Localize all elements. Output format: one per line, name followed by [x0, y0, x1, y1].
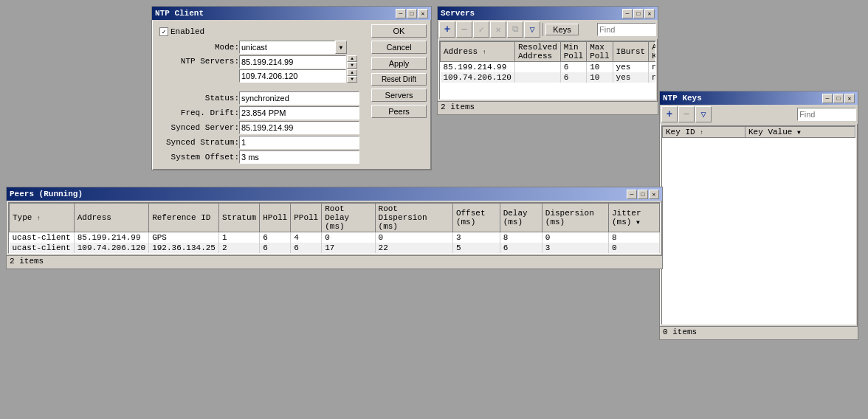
synced-server-label: Synced Server:	[158, 123, 239, 132]
mode-input[interactable]	[239, 41, 335, 54]
peer-type: ucast-client	[10, 243, 75, 253]
peers-col-stratum[interactable]: Stratum	[218, 204, 259, 232]
ntp-client-maximize-btn[interactable]: □	[407, 9, 417, 18]
freq-drift-label: Freq. Drift:	[158, 108, 239, 117]
peers-col-ppoll[interactable]: PPoll	[291, 204, 322, 232]
servers-close-btn[interactable]: ✕	[644, 9, 655, 18]
servers-remove-btn[interactable]: ─	[456, 21, 472, 38]
server2-spin-up[interactable]: ▲	[347, 69, 357, 76]
peers-col-dispersion[interactable]: Dispersion (ms)	[542, 204, 608, 232]
peer-type: ucast-client	[10, 232, 75, 243]
server2-spinner: ▲ ▼	[347, 69, 357, 83]
maximize-icon: □	[410, 10, 414, 17]
servers-button[interactable]: Servers	[371, 89, 427, 102]
mode-dropdown-btn[interactable]: ▼	[335, 41, 347, 54]
servers-check-btn[interactable]: ✓	[473, 21, 489, 38]
server-auth-key: none	[649, 62, 656, 73]
ntp-keys-minimize-btn[interactable]: ─	[822, 94, 833, 103]
server1-spin-down[interactable]: ▼	[347, 62, 357, 69]
col-resolved-address[interactable]: Resolved Address	[514, 42, 560, 62]
servers-table-row[interactable]: 109.74.206.120 6 10 yes none	[441, 72, 657, 83]
server-address: 85.199.214.99	[441, 62, 515, 73]
server1-spinner: ▲ ▼	[347, 55, 357, 69]
server2-spin-down[interactable]: ▼	[347, 76, 357, 83]
status-label: Status:	[158, 94, 239, 103]
ntp-keys-toolbar: + ─ ▽	[660, 105, 858, 124]
enabled-row: ✓ Enabled	[156, 24, 365, 36]
ntp-keys-title: NTP Keys	[663, 94, 702, 103]
peers-title: Peers (Running)	[10, 190, 83, 198]
peer-hpoll: 6	[260, 232, 291, 243]
mode-label: Mode:	[158, 43, 239, 52]
server-max-poll: 10	[587, 72, 613, 83]
server-min-poll: 6	[560, 62, 586, 73]
servers-cross-btn[interactable]: ✕	[490, 21, 506, 38]
status-input	[239, 91, 359, 105]
servers-table-row[interactable]: 85.199.214.99 6 10 yes none	[441, 62, 657, 73]
ntp-keys-filter-btn[interactable]: ▽	[695, 106, 712, 122]
ntp-keys-add-btn[interactable]: +	[661, 106, 678, 122]
peer-refid: 192.36.134.25	[149, 243, 219, 253]
peers-col-offset[interactable]: Offset (ms)	[452, 204, 500, 232]
peers-maximize-btn[interactable]: □	[638, 190, 648, 199]
ntp-keys-remove-btn[interactable]: ─	[678, 106, 695, 122]
col-address[interactable]: Address ↑	[441, 42, 515, 62]
ntp-client-minimize-btn[interactable]: ─	[396, 9, 406, 18]
ntp-client-close-btn[interactable]: ✕	[418, 9, 428, 18]
ntp-client-content: ✓ Enabled Mode: ▼ NTP Servers:	[152, 20, 431, 170]
col-key-value[interactable]: Key Value ▼	[745, 127, 855, 138]
servers-filter-btn[interactable]: ▽	[524, 21, 540, 38]
cancel-button[interactable]: Cancel	[371, 41, 427, 54]
peers-table-container: Type ↑ Address Reference ID Stratum HPol…	[8, 202, 661, 254]
peers-col-refid[interactable]: Reference ID	[149, 204, 219, 232]
peers-col-hpoll[interactable]: HPoll	[260, 204, 291, 232]
ntp-keys-maximize-btn[interactable]: □	[833, 94, 844, 103]
col-key-id[interactable]: Key ID ↑	[663, 127, 745, 138]
server1-spin-up[interactable]: ▲	[347, 55, 357, 62]
peer-stratum: 2	[218, 243, 259, 253]
close-icon2: ✕	[648, 10, 652, 17]
col-max-poll[interactable]: Max Poll	[587, 42, 613, 62]
ntp-keys-close-btn[interactable]: ✕	[844, 94, 855, 103]
peers-table-row[interactable]: ucast-client 109.74.206.120 192.36.134.2…	[10, 243, 660, 253]
keys-button[interactable]: Keys	[545, 24, 579, 35]
peers-button[interactable]: Peers	[371, 105, 427, 118]
peers-close-btn[interactable]: ✕	[649, 190, 659, 199]
servers-window: Servers ─ □ ✕ + ─ ✓ ✕ ⧉ ▽ Keys Address ↑…	[437, 6, 658, 115]
col-iburst[interactable]: IBurst	[613, 42, 649, 62]
server1-input[interactable]	[239, 55, 346, 69]
system-offset-label: System Offset:	[158, 153, 239, 162]
enabled-checkbox[interactable]: ✓	[159, 27, 168, 36]
servers-copy-btn[interactable]: ⧉	[507, 21, 523, 38]
peers-table-row[interactable]: ucast-client 85.199.214.99 GPS 1 6 4 0 0…	[10, 232, 660, 243]
servers-add-btn[interactable]: +	[439, 21, 455, 38]
col-min-poll[interactable]: Min Poll	[560, 42, 586, 62]
ntp-keys-find-input[interactable]	[797, 108, 856, 121]
peers-col-delay[interactable]: Delay (ms)	[500, 204, 542, 232]
apply-button[interactable]: Apply	[371, 57, 427, 70]
server-iburst: yes	[613, 72, 649, 83]
servers-find-input[interactable]	[597, 23, 656, 36]
col-auth-key[interactable]: Auth. Key ▼	[649, 42, 656, 62]
mode-select-wrapper: ▼	[239, 41, 347, 54]
dropdown-icon: ▼	[340, 44, 343, 51]
servers-minimize-btn[interactable]: ─	[622, 9, 633, 18]
peers-status-bar: 2 items	[7, 255, 662, 269]
peers-minimize-btn[interactable]: ─	[627, 190, 637, 199]
peers-table: Type ↑ Address Reference ID Stratum HPol…	[9, 203, 660, 253]
close-icon: ✕	[421, 10, 425, 17]
peer-jitter: 8	[608, 232, 659, 243]
peers-col-address[interactable]: Address	[74, 204, 148, 232]
servers-maximize-btn[interactable]: □	[633, 9, 644, 18]
reset-drift-button[interactable]: Reset Drift	[371, 73, 427, 86]
peer-ppoll: 6	[291, 243, 322, 253]
peer-root-disp: 22	[375, 243, 452, 253]
peers-col-jitter[interactable]: Jitter (ms) ▼	[608, 204, 659, 232]
ok-button[interactable]: OK	[371, 24, 427, 38]
ntp-client-window: NTP Client ─ □ ✕ ✓ Enabled Mode: ▼	[151, 6, 432, 170]
peers-col-type[interactable]: Type ↑	[10, 204, 75, 232]
peers-col-root-delay[interactable]: Root Delay (ms)	[322, 204, 375, 232]
server-resolved	[514, 72, 560, 83]
server2-input[interactable]	[239, 69, 346, 83]
peers-col-root-disp[interactable]: Root Dispersion (ms)	[375, 204, 452, 232]
